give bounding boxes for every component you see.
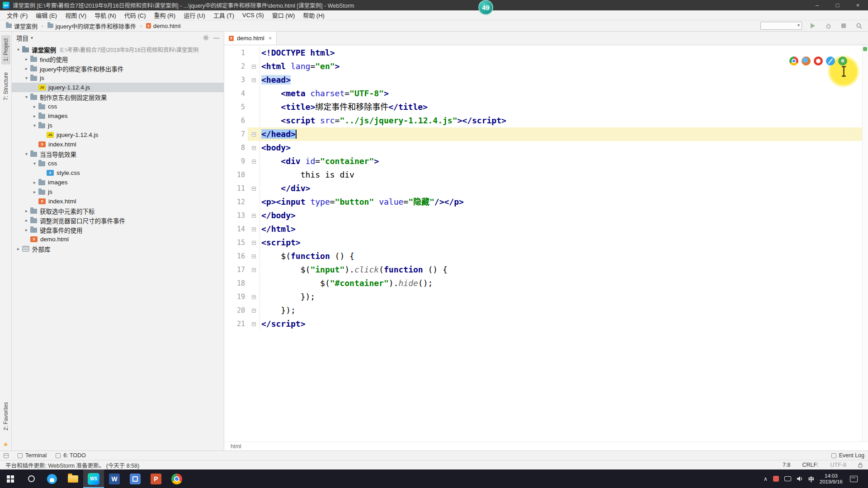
maximize-button[interactable]: □ — [827, 0, 848, 10]
display-icon[interactable] — [784, 476, 791, 481]
menu-item[interactable]: 代码 (C) — [120, 10, 150, 20]
start-button[interactable] — [0, 469, 21, 488]
taskbar-app-app[interactable] — [125, 469, 146, 488]
taskbar-app-ppt[interactable] — [146, 469, 166, 488]
tree-row[interactable]: jquery中的绑定事件和移出事件 — [12, 64, 224, 73]
taskbar-app-tim[interactable] — [42, 469, 62, 488]
code-line[interactable]: 11 </div> — [224, 182, 868, 195]
tree-row[interactable]: images — [12, 111, 224, 121]
chevron-right-icon[interactable] — [31, 113, 38, 118]
code-line[interactable]: 3<head> — [224, 73, 868, 87]
tree-row[interactable]: 键盘事件的使用 — [12, 225, 224, 235]
fold-marker[interactable] — [248, 304, 260, 317]
tool-window-favorites[interactable]: 2: Favorites — [1, 399, 10, 434]
chevron-right-icon[interactable] — [14, 246, 22, 251]
tree-row[interactable]: demo.html — [12, 235, 224, 244]
fold-marker[interactable] — [248, 182, 260, 195]
code-line[interactable]: 1<!DOCTYPE html> — [224, 46, 868, 60]
run-configuration-select[interactable] — [760, 22, 802, 30]
menu-item[interactable]: 重构 (R) — [150, 10, 179, 20]
fold-marker[interactable] — [248, 155, 260, 168]
tree-row[interactable]: index.html — [12, 197, 224, 206]
tool-window-project[interactable]: 1: Project — [1, 35, 10, 65]
menu-item[interactable]: 窗口 (W) — [268, 10, 299, 20]
code-line[interactable]: 20 }); — [224, 304, 868, 317]
lock-icon[interactable] — [858, 462, 863, 468]
close-icon[interactable]: × — [268, 35, 272, 42]
action-center-icon[interactable] — [850, 476, 858, 482]
taskbar-app-chrome[interactable] — [166, 469, 187, 488]
code-line[interactable]: 16 $(function () { — [224, 249, 868, 263]
chevron-right-icon[interactable] — [31, 180, 38, 185]
tree-row[interactable]: js — [12, 73, 224, 83]
taskbar-app-explorer[interactable] — [62, 469, 83, 488]
chevron-right-icon[interactable] — [23, 218, 30, 223]
tree-row[interactable]: style.css — [12, 168, 224, 178]
code-line[interactable]: 2<html lang="en"> — [224, 60, 868, 73]
breadcrumb-html-tag[interactable]: html — [231, 443, 241, 450]
menu-item[interactable]: 文件 (F) — [3, 10, 32, 20]
fold-marker[interactable] — [248, 60, 260, 73]
breadcrumb-item[interactable]: jquery中的绑定事件和移除事件 — [46, 21, 137, 31]
menu-item[interactable]: 编辑 (E) — [32, 10, 61, 20]
edge-icon[interactable] — [838, 56, 847, 66]
chevron-down-icon[interactable] — [23, 75, 30, 80]
fold-marker[interactable] — [248, 317, 260, 331]
chevron-right-icon[interactable] — [23, 227, 30, 232]
caret-position[interactable]: 7:8 — [783, 462, 790, 468]
code-line[interactable]: 18 $("#container").hide(); — [224, 277, 868, 290]
hide-panel-icon[interactable]: — — [213, 34, 219, 41]
chevron-right-icon[interactable] — [31, 104, 38, 109]
show-hidden-icons-button[interactable]: ∧ — [764, 476, 768, 482]
volume-icon[interactable] — [797, 476, 803, 482]
status-message[interactable]: 平台和插件更新: WebStorm 准备更新。 (今天于 8:58) — [5, 461, 783, 469]
tree-row[interactable]: 调整浏览器窗口尺寸的事件事件 — [12, 216, 224, 225]
tree-row[interactable]: 获取选中元素的下标 — [12, 206, 224, 216]
code-line[interactable]: 10 this is div — [224, 168, 868, 182]
tree-row[interactable]: 当当导航效果 — [12, 149, 224, 159]
menu-item[interactable]: 视图 (V) — [61, 10, 90, 20]
menu-item[interactable]: VCS (S) — [238, 10, 268, 20]
chevron-down-icon[interactable] — [14, 47, 22, 52]
code-line[interactable]: 7</head> — [224, 127, 868, 141]
run-button[interactable] — [808, 21, 817, 30]
chevron-down-icon[interactable] — [23, 94, 30, 99]
chevron-right-icon[interactable] — [31, 189, 38, 194]
tree-row[interactable]: images — [12, 178, 224, 187]
taskbar-app-search[interactable] — [21, 469, 42, 488]
code-line[interactable]: 5 <title>绑定事件和移除事件</title> — [224, 100, 868, 114]
gear-icon[interactable] — [203, 35, 209, 41]
tool-window-switcher-icon[interactable] — [4, 453, 9, 458]
chevron-right-icon[interactable] — [23, 56, 30, 61]
tree-row[interactable]: jquery-1.12.4.js — [12, 83, 224, 92]
chevron-right-icon[interactable] — [23, 208, 30, 213]
tree-row[interactable]: js — [12, 187, 224, 197]
menu-item[interactable]: 工具 (T) — [209, 10, 238, 20]
code-line[interactable]: 4 <meta charset="UTF-8"> — [224, 87, 868, 100]
menu-item[interactable]: 运行 (U) — [179, 10, 209, 20]
chrome-icon[interactable] — [789, 56, 798, 66]
tree-row[interactable]: 课堂案例E:\考赛\暑假合7班\2019年9月16日视频和资料\课堂案例 — [12, 45, 224, 54]
opera-icon[interactable] — [814, 56, 823, 66]
tool-window-terminal[interactable]: Terminal — [18, 452, 47, 459]
file-encoding[interactable]: UTF-8 — [830, 462, 846, 468]
code-line[interactable]: 17 $("input").click(function () { — [224, 263, 868, 277]
tool-window-todo[interactable]: 6: TODO — [56, 452, 86, 459]
code-line[interactable]: 12<p><input type="button" value="隐藏"/></… — [224, 195, 868, 209]
fold-marker[interactable] — [248, 249, 260, 263]
tool-window-event-log[interactable]: Event Log — [831, 452, 864, 459]
menu-item[interactable]: 导航 (N) — [90, 10, 120, 20]
breadcrumb-item[interactable]: demo.html — [145, 22, 182, 30]
tree-row[interactable]: js — [12, 121, 224, 130]
fold-marker[interactable] — [248, 141, 260, 155]
menu-item[interactable]: 帮助 (H) — [299, 10, 329, 20]
editor-scrollbar[interactable] — [862, 45, 868, 441]
taskbar-app-webstorm[interactable] — [83, 469, 104, 488]
code-line[interactable]: 6 <script src="../js/jquery-1.12.4.js"><… — [224, 114, 868, 127]
code-line[interactable]: 8<body> — [224, 141, 868, 155]
debug-button[interactable] — [824, 21, 833, 30]
fold-marker[interactable] — [248, 263, 260, 277]
code-line[interactable]: 19 }); — [224, 290, 868, 304]
tool-window-structure[interactable]: 7: Structure — [1, 69, 10, 103]
line-ending[interactable]: CRLF: — [802, 462, 818, 468]
